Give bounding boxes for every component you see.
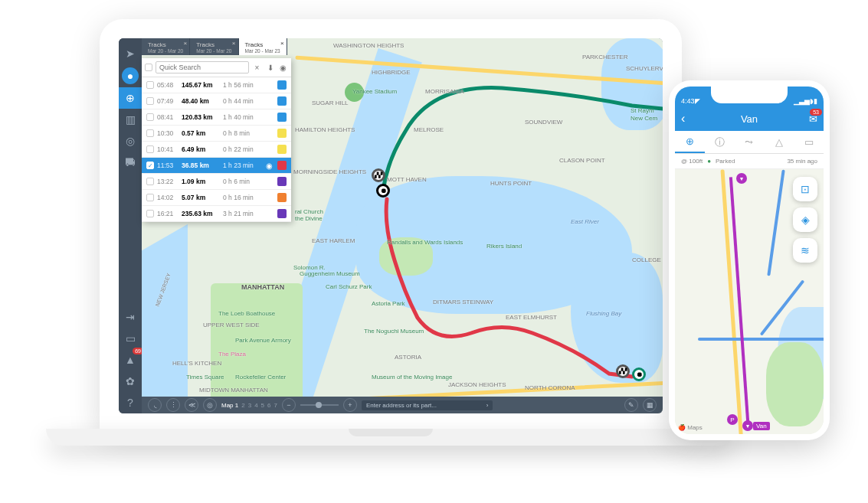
- nav-export-icon[interactable]: ⇥: [119, 306, 142, 328]
- phone-tab-globe[interactable]: ⊕: [675, 131, 705, 153]
- track-row[interactable]: 07:49 48.40 km 0 h 44 min: [142, 93, 291, 109]
- search-input[interactable]: [156, 61, 249, 73]
- phone-fab-route[interactable]: ⊡: [793, 177, 817, 201]
- phone-end-marker[interactable]: ▾: [742, 420, 753, 431]
- phone-unit-label[interactable]: Van: [753, 422, 770, 430]
- zoom-out-icon[interactable]: −: [282, 398, 296, 412]
- nav-bell-icon[interactable]: ▲: [119, 349, 142, 371]
- track-distance: 235.63 km: [182, 210, 220, 217]
- track-row[interactable]: 14:02 5.07 km 0 h 16 min: [142, 190, 291, 206]
- select-all-checkbox[interactable]: [145, 64, 152, 71]
- track-start-marker[interactable]: ⏺: [376, 184, 390, 198]
- nav-gear-icon[interactable]: ✿: [119, 371, 142, 392]
- phone-map[interactable]: ▾ P ▾ Van ⊡ ◈ ≋ 🍎 Maps: [675, 169, 824, 434]
- tab-tracks-1[interactable]: TracksMar 20 - Mar 20×: [142, 38, 190, 55]
- track-checkbox[interactable]: [146, 210, 154, 217]
- phone-fab-locate[interactable]: ◈: [793, 207, 817, 232]
- track-time: 16:21: [157, 210, 179, 217]
- nav-stats-icon[interactable]: ▥: [119, 109, 142, 130]
- mail-icon[interactable]: ✉53: [809, 113, 817, 125]
- map-label: JACKSON HEIGHTS: [448, 381, 506, 388]
- download-icon[interactable]: ⬇: [265, 61, 275, 73]
- track-checkbox[interactable]: [146, 129, 154, 137]
- track-color-swatch[interactable]: [277, 129, 287, 138]
- phone-unit-marker[interactable]: ▾: [736, 173, 747, 184]
- zoom-in-icon[interactable]: +: [343, 398, 357, 412]
- track-checkbox[interactable]: [146, 97, 154, 105]
- track-distance: 36.85 km: [182, 162, 220, 169]
- map-label: New Cem: [631, 115, 657, 122]
- map-label: The Plaza: [218, 351, 246, 358]
- phone-tab-info[interactable]: ⓘ: [705, 131, 735, 153]
- track-checker-marker: ▞▞: [372, 168, 385, 182]
- map-label: SUGAR HILL: [312, 100, 349, 106]
- track-color-swatch[interactable]: [277, 177, 287, 186]
- battery-icon: ▮: [814, 97, 817, 105]
- close-icon[interactable]: ×: [280, 40, 284, 47]
- track-color-swatch[interactable]: [277, 96, 287, 106]
- clear-search-icon[interactable]: ×: [252, 61, 262, 73]
- track-row[interactable]: ✓ 11:53 36.85 km 1 h 23 min ◉: [142, 158, 291, 174]
- nav-help-icon[interactable]: ?: [119, 392, 142, 413]
- share-icon[interactable]: ≪: [185, 398, 198, 412]
- track-color-swatch[interactable]: [277, 209, 287, 218]
- nav-car-icon[interactable]: ⛟: [119, 152, 142, 173]
- address-input[interactable]: Enter address or its part...›: [362, 400, 493, 410]
- map-label: Times Square: [186, 374, 224, 381]
- phone-notch: [711, 87, 788, 103]
- nav-globe-icon[interactable]: ⊕: [119, 87, 142, 109]
- phone-parking-marker[interactable]: P: [727, 414, 738, 425]
- phone-fab-layers[interactable]: ≋: [793, 238, 817, 263]
- map-label: HUNTS POINT: [490, 180, 532, 187]
- map-label: Guggenheim Museum: [300, 270, 360, 277]
- visibility-icon[interactable]: ◉: [278, 61, 288, 73]
- track-color-swatch[interactable]: [277, 161, 287, 170]
- zoom-slider[interactable]: [300, 404, 339, 406]
- phone-screen: 4:43 ◤ ▁▃▅ ◗ ▮ ‹ Van ✉53 ⊕ ⓘ ⤳ △ ▭ @ 100…: [675, 87, 824, 434]
- nav-pin-icon[interactable]: ◎: [119, 130, 142, 152]
- tab-tracks-3[interactable]: TracksMar 20 - Mar 23×: [239, 38, 287, 55]
- layers-icon[interactable]: ▦: [643, 398, 657, 412]
- track-checkbox[interactable]: [146, 145, 154, 153]
- nav-chat-icon[interactable]: ▭: [119, 328, 142, 349]
- track-row[interactable]: 08:41 120.83 km 1 h 40 min: [142, 109, 291, 126]
- track-color-swatch[interactable]: [277, 80, 287, 90]
- nav-user-icon[interactable]: ●: [122, 67, 139, 84]
- phone-tab-chat[interactable]: ▭: [794, 131, 824, 153]
- map-label: MORNINGSIDE HEIGHTS: [293, 168, 366, 175]
- back-icon[interactable]: ‹: [681, 112, 685, 126]
- map-label: Museum of the Moving Image: [372, 374, 452, 381]
- map-label: HAMILTON HEIGHTS: [295, 126, 355, 133]
- track-row[interactable]: 16:21 235.63 km 3 h 21 min: [142, 206, 291, 222]
- track-end-marker-b[interactable]: ⏺: [632, 367, 646, 381]
- track-color-swatch[interactable]: [277, 113, 287, 122]
- nav-arrow-icon[interactable]: ➤: [119, 43, 142, 64]
- tab-tracks-2[interactable]: TracksMar 20 - Mar 20×: [190, 38, 238, 55]
- phone-tab-bell[interactable]: △: [764, 131, 794, 153]
- eye-icon[interactable]: ◉: [266, 162, 273, 170]
- map-label: EAST ELMHURST: [506, 314, 557, 321]
- close-icon[interactable]: ×: [184, 40, 188, 47]
- track-checkbox[interactable]: [146, 113, 154, 121]
- track-color-swatch[interactable]: [277, 193, 287, 202]
- track-end-marker-a[interactable]: ▞▞: [616, 364, 630, 378]
- track-checkbox[interactable]: [146, 178, 154, 185]
- compass-icon[interactable]: ✎: [624, 398, 638, 412]
- locate-icon[interactable]: ◎: [203, 398, 217, 412]
- track-duration: 0 h 8 min: [223, 129, 274, 137]
- track-checkbox[interactable]: [146, 81, 154, 89]
- map-label: East River: [571, 218, 599, 225]
- track-color-swatch[interactable]: [277, 145, 287, 154]
- phone-tab-route[interactable]: ⤳: [735, 131, 765, 153]
- location-icon: ◤: [695, 97, 700, 105]
- track-row[interactable]: 10:41 6.49 km 0 h 22 min: [142, 142, 291, 158]
- ruler-icon[interactable]: ◟: [148, 398, 162, 412]
- track-checkbox[interactable]: [146, 194, 154, 201]
- track-row[interactable]: 10:30 0.57 km 0 h 8 min: [142, 126, 291, 142]
- close-icon[interactable]: ×: [232, 40, 236, 47]
- info-icon[interactable]: ⋮: [166, 398, 180, 412]
- track-row[interactable]: 05:48 145.67 km 1 h 56 min: [142, 77, 291, 93]
- track-checkbox[interactable]: ✓: [146, 162, 154, 169]
- map-label: ral Church: [295, 208, 323, 215]
- track-row[interactable]: 13:22 1.09 km 0 h 6 min: [142, 174, 291, 190]
